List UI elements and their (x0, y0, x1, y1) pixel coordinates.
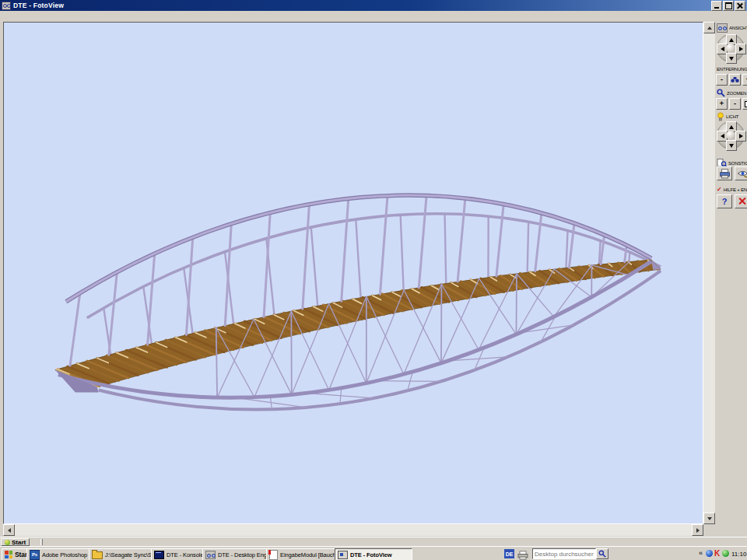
search-icon (598, 550, 606, 558)
scroll-up-button[interactable] (703, 22, 715, 33)
vertical-scrollbar[interactable] (703, 22, 715, 524)
tray-icon-k[interactable]: K (714, 549, 720, 558)
section-zoom-header: ZOOMEN (717, 89, 746, 97)
scroll-down-icon (707, 517, 712, 520)
taskbar: Start Ps Adobe Photoshop CS3 E... J:\Sea… (0, 546, 747, 560)
toolbar-divider (40, 539, 43, 545)
title-bar: DTE - FotoView (0, 0, 747, 11)
light-label: LICHT (726, 114, 738, 119)
task-button-fotoview[interactable]: DTE - FotoView (335, 548, 412, 560)
light-right-button[interactable] (735, 131, 746, 142)
view-right-button[interactable] (735, 44, 746, 54)
scroll-down-button[interactable] (703, 513, 715, 524)
distance-auto-button[interactable] (729, 74, 741, 86)
close-icon (737, 2, 743, 9)
fotoview-icon (338, 551, 348, 559)
arrow-right-icon (739, 47, 743, 51)
secondary-start-label: Start (12, 539, 26, 546)
misc-label: SONSTIGES (728, 161, 747, 166)
window-title: DTE - FotoView (13, 2, 64, 9)
check-icon: ✓ (717, 187, 722, 193)
help-label: HILFE + ENDE (724, 187, 747, 192)
help-button[interactable]: ? (717, 194, 732, 208)
right-toolbar: ANSICHT ENTFERNUNG - + ZOOMEN + - (715, 11, 747, 537)
scroll-right-icon (696, 528, 700, 533)
dte-icon (205, 551, 216, 559)
task-button-konsole[interactable]: DTE - Konsole (151, 548, 207, 560)
scroll-left-button[interactable] (3, 524, 15, 536)
task-label: EingabeModul [Bauchwee... (280, 551, 339, 558)
misc-buttons (717, 166, 747, 180)
clock: 11:10 (731, 551, 746, 558)
distance-label: ENTFERNUNG (717, 67, 747, 72)
arrow-left-icon (721, 134, 724, 138)
printer-tray-icon[interactable] (517, 549, 529, 560)
start-orb-icon (5, 540, 10, 545)
close-button[interactable] (735, 1, 745, 11)
tray-icon-green[interactable] (722, 550, 729, 557)
horizontal-scrollbar[interactable] (3, 524, 703, 536)
zoom-buttons: + - (716, 98, 747, 110)
tray-collapse-chevron[interactable]: « (699, 550, 703, 557)
tray-icon-blue[interactable] (706, 550, 713, 557)
bulb-icon (717, 112, 724, 121)
section-help-header: ✓ HILFE + ENDE (717, 187, 747, 193)
distance-increase-button[interactable]: + (742, 74, 747, 86)
document-pin-icon (269, 550, 278, 560)
light-dpad (717, 121, 745, 149)
view-label: ANSICHT (729, 26, 747, 30)
eye-icon (737, 169, 747, 178)
zoom-window-button[interactable] (742, 98, 747, 110)
view-down-button[interactable] (726, 53, 737, 64)
arrow-down-icon (729, 57, 734, 61)
task-button-eingabemodul[interactable]: EingabeModul [Bauchwee... (266, 548, 339, 560)
search-go-button[interactable] (596, 548, 608, 559)
desktop-search (532, 548, 608, 559)
section-light-header: LICHT (717, 112, 738, 121)
desktop-search-input[interactable] (532, 548, 596, 559)
scroll-left-icon (8, 528, 11, 533)
minimize-button[interactable] (711, 1, 722, 11)
viewport[interactable] (3, 22, 703, 524)
language-indicator[interactable]: DE (504, 549, 514, 558)
arrow-down-icon (729, 144, 734, 148)
task-label: DTE - Desktop Engineeri... (218, 551, 271, 558)
zoom-in-button[interactable]: + (716, 98, 728, 110)
secondary-taskbar: Start (0, 537, 747, 546)
section-view-header: ANSICHT (717, 23, 747, 33)
secondary-start-button[interactable]: Start (1, 538, 30, 546)
task-label: Adobe Photoshop CS3 E... (42, 551, 93, 558)
arrow-left-icon (721, 47, 724, 51)
binoculars-icon (731, 76, 739, 83)
distance-decrease-button[interactable]: - (716, 74, 728, 86)
printer-icon (719, 169, 731, 179)
maximize-button[interactable] (723, 1, 734, 11)
maximize-icon (725, 2, 732, 9)
task-label: J:\Seagate Sync\SyncRe... (105, 551, 156, 558)
view-dpad (717, 34, 745, 62)
task-button-explorer[interactable]: J:\Seagate Sync\SyncRe... (89, 548, 156, 560)
arrow-up-icon (729, 125, 734, 129)
exit-button[interactable] (735, 194, 747, 208)
light-center-knob[interactable] (726, 131, 735, 140)
arrow-right-icon (739, 134, 743, 138)
task-button-desktop-engineering[interactable]: DTE - Desktop Engineeri... (202, 548, 271, 560)
help-buttons: ? (717, 194, 747, 208)
zoom-out-button[interactable]: - (729, 98, 741, 110)
bridge-model (4, 23, 703, 523)
view-glasses-icon (717, 23, 728, 33)
minimize-icon (714, 7, 719, 9)
task-label: DTE - FotoView (350, 551, 391, 558)
print-button[interactable] (717, 166, 732, 180)
photoshop-icon: Ps (30, 550, 40, 560)
scroll-right-button[interactable] (692, 524, 703, 536)
task-label: DTE - Konsole (167, 551, 203, 558)
distance-buttons: - + (716, 74, 747, 86)
task-button-photoshop[interactable]: Ps Adobe Photoshop CS3 E... (26, 548, 93, 560)
console-icon (154, 551, 164, 559)
light-down-button[interactable] (726, 140, 737, 151)
display-settings-button[interactable] (735, 166, 747, 180)
view-center-knob[interactable] (726, 44, 735, 53)
arrow-up-icon (729, 38, 734, 42)
section-distance-header: ENTFERNUNG (717, 67, 747, 72)
